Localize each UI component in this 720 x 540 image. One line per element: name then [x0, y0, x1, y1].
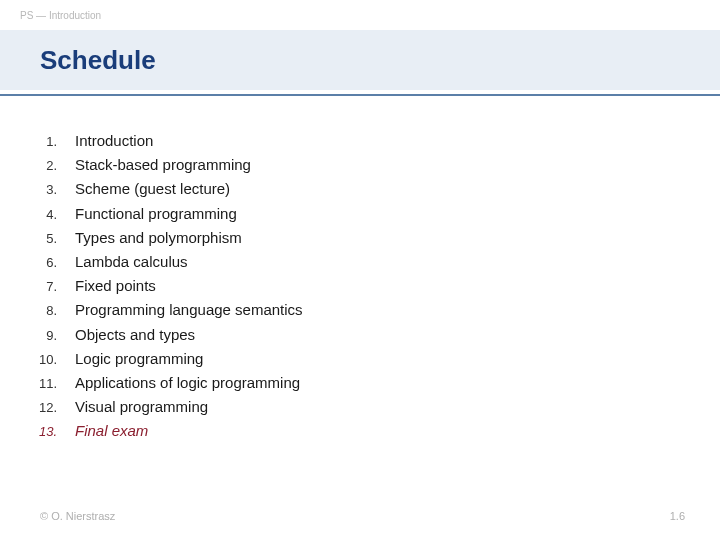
list-item: 12.Visual programming — [30, 396, 690, 417]
list-item-text: Programming language semantics — [75, 299, 303, 320]
list-item-text: Stack-based programming — [75, 154, 251, 175]
list-item-text: Functional programming — [75, 203, 237, 224]
list-item: 6.Lambda calculus — [30, 251, 690, 272]
list-item-number: 6. — [30, 254, 75, 272]
list-item-text: Applications of logic programming — [75, 372, 300, 393]
list-item-text: Final exam — [75, 420, 148, 441]
list-item-number: 4. — [30, 206, 75, 224]
list-item: 8.Programming language semantics — [30, 299, 690, 320]
list-item-text: Logic programming — [75, 348, 203, 369]
list-item-number: 7. — [30, 278, 75, 296]
list-item-text: Types and polymorphism — [75, 227, 242, 248]
list-item: 10.Logic programming — [30, 348, 690, 369]
list-item: 5.Types and polymorphism — [30, 227, 690, 248]
page-number: 1.6 — [670, 510, 685, 522]
title-underline — [0, 94, 720, 96]
list-item-text: Lambda calculus — [75, 251, 188, 272]
list-item-number: 12. — [30, 399, 75, 417]
list-item-text: Introduction — [75, 130, 153, 151]
list-item-number: 2. — [30, 157, 75, 175]
list-item-number: 10. — [30, 351, 75, 369]
list-item-number: 5. — [30, 230, 75, 248]
list-item: 4.Functional programming — [30, 203, 690, 224]
list-item-text: Fixed points — [75, 275, 156, 296]
list-item-number: 3. — [30, 181, 75, 199]
schedule-list: 1.Introduction2.Stack-based programming3… — [30, 130, 690, 444]
list-item-number: 11. — [30, 375, 75, 393]
list-item: 3.Scheme (guest lecture) — [30, 178, 690, 199]
copyright: © O. Nierstrasz — [40, 510, 115, 522]
list-item-text: Visual programming — [75, 396, 208, 417]
list-item-number: 1. — [30, 133, 75, 151]
list-item-text: Objects and types — [75, 324, 195, 345]
page-title: Schedule — [40, 45, 156, 76]
list-item-number: 13. — [30, 423, 75, 441]
list-item: 11.Applications of logic programming — [30, 372, 690, 393]
list-item: 9.Objects and types — [30, 324, 690, 345]
list-item: 13.Final exam — [30, 420, 690, 441]
title-band: Schedule — [0, 30, 720, 90]
list-item: 7.Fixed points — [30, 275, 690, 296]
list-item-text: Scheme (guest lecture) — [75, 178, 230, 199]
list-item: 1.Introduction — [30, 130, 690, 151]
context-label: PS — Introduction — [20, 10, 101, 21]
list-item-number: 8. — [30, 302, 75, 320]
list-item-number: 9. — [30, 327, 75, 345]
list-item: 2.Stack-based programming — [30, 154, 690, 175]
